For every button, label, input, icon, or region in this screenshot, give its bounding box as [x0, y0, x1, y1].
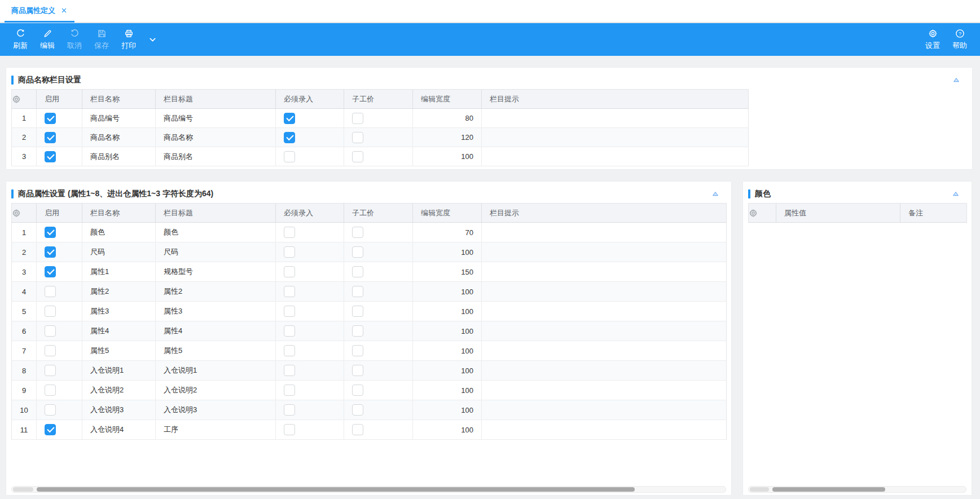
- table-row[interactable]: 3商品别名商品别名100: [12, 147, 749, 166]
- subprice-checkbox[interactable]: [352, 424, 363, 435]
- required-cell: [276, 420, 344, 440]
- enable-checkbox[interactable]: [45, 246, 56, 258]
- enable-checkbox[interactable]: [45, 113, 56, 124]
- subprice-checkbox[interactable]: [352, 246, 363, 258]
- required-checkbox[interactable]: [284, 286, 295, 297]
- column-title-cell: 属性3: [156, 302, 276, 321]
- subprice-checkbox[interactable]: [352, 385, 363, 396]
- save-icon: [97, 29, 107, 38]
- toolbar-button-settings[interactable]: 设置: [919, 23, 946, 56]
- enable-checkbox[interactable]: [45, 385, 56, 396]
- header-subprice: 子工价: [344, 204, 413, 223]
- table-row[interactable]: 10入仓说明3入仓说明3100: [12, 400, 727, 420]
- subprice-checkbox[interactable]: [352, 132, 363, 143]
- table-row[interactable]: 4属性2属性2100: [12, 282, 727, 302]
- enable-checkbox[interactable]: [45, 325, 56, 337]
- table-row[interactable]: 2商品名称商品名称120: [12, 128, 749, 147]
- table-row[interactable]: 3属性1规格型号150: [12, 262, 727, 282]
- table-row[interactable]: 6属性4属性4100: [12, 321, 727, 341]
- required-checkbox[interactable]: [284, 266, 295, 277]
- column-name-cell: 商品编号: [82, 109, 156, 128]
- toolbar-button-help[interactable]: ?帮助: [946, 23, 973, 56]
- subprice-checkbox[interactable]: [352, 365, 363, 376]
- subprice-checkbox[interactable]: [352, 113, 363, 124]
- scrollbar-thumb-left[interactable]: [750, 487, 769, 492]
- required-checkbox[interactable]: [284, 246, 295, 258]
- table-row[interactable]: 2尺码尺码100: [12, 242, 727, 262]
- enable-cell: [37, 361, 82, 381]
- enable-checkbox[interactable]: [45, 132, 56, 143]
- subprice-checkbox[interactable]: [352, 306, 363, 317]
- table-row[interactable]: 5属性3属性3100: [12, 302, 727, 321]
- required-checkbox[interactable]: [284, 404, 295, 416]
- subprice-checkbox[interactable]: [352, 325, 363, 337]
- collapse-up-icon[interactable]: [711, 190, 719, 198]
- column-hint-cell: [482, 341, 727, 361]
- edit-width-cell: 100: [413, 341, 482, 361]
- row-number-cell: 3: [12, 147, 37, 166]
- scrollbar-thumb[interactable]: [772, 487, 885, 492]
- required-checkbox[interactable]: [284, 424, 295, 435]
- column-title-cell: 入仓说明2: [156, 381, 276, 400]
- table-row[interactable]: 7属性5属性5100: [12, 341, 727, 361]
- collapse-up-icon[interactable]: [952, 76, 960, 84]
- required-checkbox[interactable]: [284, 345, 295, 356]
- gear-icon[interactable]: [12, 209, 21, 218]
- enable-cell: [37, 282, 82, 302]
- toolbar-more-button[interactable]: [142, 23, 162, 56]
- subprice-checkbox[interactable]: [352, 266, 363, 277]
- toolbar-button-edit[interactable]: 编辑: [34, 23, 61, 56]
- required-checkbox[interactable]: [284, 113, 295, 124]
- edit-width-cell: 100: [413, 420, 482, 440]
- gear-icon[interactable]: [749, 209, 758, 218]
- row-number-cell: 9: [12, 381, 37, 400]
- required-checkbox[interactable]: [284, 227, 295, 238]
- table-row[interactable]: 9入仓说明2入仓说明2100: [12, 381, 727, 400]
- toolbar-button-refresh[interactable]: 刷新: [7, 23, 34, 56]
- tab-product-attribute-definition[interactable]: 商品属性定义: [5, 0, 74, 23]
- required-checkbox[interactable]: [284, 365, 295, 376]
- table-row[interactable]: 11入仓说明4工序100: [12, 420, 727, 440]
- header-attr-value: 属性值: [776, 204, 900, 223]
- required-checkbox[interactable]: [284, 385, 295, 396]
- close-icon[interactable]: [60, 7, 68, 14]
- attr-columns-table: 启用 栏目名称 栏目标题 必须录入 子工价 编辑宽度 栏目提示 1颜色颜色702…: [11, 203, 727, 440]
- subprice-checkbox[interactable]: [352, 151, 363, 162]
- subprice-checkbox[interactable]: [352, 345, 363, 356]
- table-row[interactable]: 1颜色颜色70: [12, 223, 727, 242]
- horizontal-scrollbar[interactable]: [748, 486, 966, 493]
- subprice-checkbox[interactable]: [352, 286, 363, 297]
- enable-checkbox[interactable]: [45, 424, 56, 435]
- table-row[interactable]: 8入仓说明1入仓说明1100: [12, 361, 727, 381]
- enable-checkbox[interactable]: [45, 227, 56, 238]
- header-subprice: 子工价: [344, 90, 413, 109]
- enable-checkbox[interactable]: [45, 306, 56, 317]
- column-name-cell: 入仓说明4: [82, 420, 156, 440]
- subprice-checkbox[interactable]: [352, 227, 363, 238]
- table-row[interactable]: 1商品编号商品编号80: [12, 109, 749, 128]
- subprice-checkbox[interactable]: [352, 404, 363, 416]
- enable-checkbox[interactable]: [45, 404, 56, 416]
- collapse-up-icon[interactable]: [952, 190, 960, 198]
- gear-icon[interactable]: [12, 95, 21, 104]
- column-title-cell: 属性5: [156, 341, 276, 361]
- required-cell: [276, 223, 344, 242]
- required-checkbox[interactable]: [284, 325, 295, 337]
- scrollbar-thumb[interactable]: [37, 487, 635, 492]
- horizontal-scrollbar[interactable]: [11, 486, 726, 493]
- enable-checkbox[interactable]: [45, 286, 56, 297]
- toolbar-button-print[interactable]: 打印: [115, 23, 142, 56]
- required-checkbox[interactable]: [284, 306, 295, 317]
- subprice-cell: [344, 109, 413, 128]
- title-accent-bar: [748, 189, 750, 198]
- column-title-cell: 规格型号: [156, 262, 276, 282]
- required-cell: [276, 302, 344, 321]
- enable-checkbox[interactable]: [45, 151, 56, 162]
- header-column-name: 栏目名称: [82, 204, 156, 223]
- scrollbar-thumb-left[interactable]: [13, 487, 33, 492]
- required-checkbox[interactable]: [284, 132, 295, 143]
- enable-checkbox[interactable]: [45, 345, 56, 356]
- required-checkbox[interactable]: [284, 151, 295, 162]
- enable-checkbox[interactable]: [45, 365, 56, 376]
- enable-checkbox[interactable]: [45, 266, 56, 277]
